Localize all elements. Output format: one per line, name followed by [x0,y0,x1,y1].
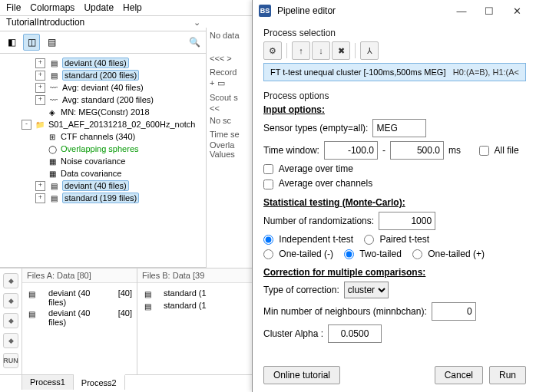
toolbar-func-icon[interactable]: ◫ [23,34,40,51]
vtool-a-icon[interactable]: ◆ [3,273,18,288]
tree-view[interactable]: +▤deviant (40 files)+▤standard (200 file… [0,54,206,268]
tab-process2[interactable]: Process2 [74,374,125,390]
menu-file[interactable]: File [6,2,21,13]
file-name: deviant (40 files) [48,288,111,307]
project-title[interactable]: TutorialIntroduction [3,15,190,29]
online-tutorial-button[interactable]: Online tutorial [263,366,340,384]
tree-node[interactable]: +▤standard (200 files) [0,69,204,81]
paired-ttest-radio[interactable]: Paired t-test [364,234,429,245]
scout-prev-button[interactable]: << [210,104,220,113]
avg-time-checkbox[interactable]: Average over time [263,163,353,174]
tree-node[interactable]: +〰Avg: deviant (40 files) [0,81,204,94]
tree-node[interactable]: +▤deviant (40 files) [0,57,204,69]
nrand-input[interactable] [379,212,435,230]
vtool-c-icon[interactable]: ◆ [3,313,18,328]
expand-icon[interactable]: + [35,193,45,203]
move-up-icon[interactable]: ↑ [292,41,310,60]
list-item[interactable]: ▤deviant (40 files)[40] [27,288,132,308]
time-window-label: Time window: [263,145,319,156]
branch-icon[interactable]: ⅄ [360,41,379,60]
tree-label: standard (199 files) [62,193,139,203]
vtool-d-icon[interactable]: ◆ [3,333,18,348]
selected-process[interactable]: FT t-test unequal cluster [-100ms,500ms … [263,63,526,81]
expand-icon[interactable]: + [35,83,45,93]
gear-icon[interactable]: ⚙ [263,41,282,60]
search-icon[interactable]: 🔍 [186,34,203,51]
run-button[interactable]: Run [489,366,526,384]
tree-label: Data covariance [61,169,122,178]
files-b-list[interactable]: ▤standard (1▤standard (1 [137,283,252,374]
maximize-icon[interactable]: ☐ [475,5,503,17]
remove-icon[interactable]: ✖ [332,41,350,60]
minnb-input[interactable] [432,302,476,321]
toolbar-folder-icon[interactable]: ▤ [43,34,60,51]
menu-help[interactable]: Help [123,2,142,13]
expand-icon[interactable]: + [35,181,45,191]
time-from-input[interactable] [324,141,378,160]
close-icon[interactable]: ✕ [503,5,531,17]
tab-process1[interactable]: Process1 [22,375,74,390]
toolbar-db-icon[interactable]: ◧ [3,34,20,51]
menu-update[interactable]: Update [84,2,114,13]
tree-node[interactable]: -📁S01_AEF_20131218_02_600Hz_notch [0,118,204,130]
vertical-toolbar: ◆ ◆ ◆ ◆ RUN [0,268,22,374]
sensor-types-input[interactable] [372,119,426,137]
vtool-b-icon[interactable]: ◆ [3,293,18,308]
dialog-title: Pipeline editor [277,5,448,16]
list-item[interactable]: ▤standard (1 [142,288,247,300]
tree-label: Overlapping spheres [61,144,139,153]
time-to-input[interactable] [390,141,444,160]
run-button-small[interactable]: RUN [3,353,18,368]
file-name: deviant (40 files) [48,308,111,327]
tree-node[interactable]: ▦Data covariance [0,167,204,180]
expand-icon[interactable]: + [35,58,45,68]
nodata-label: No data [210,31,249,40]
alpha-label: Cluster Alpha : [263,328,323,339]
box-button[interactable]: ▭ [217,78,225,87]
chevron-down-icon[interactable]: ⌄ [190,18,203,28]
indep-ttest-radio[interactable]: Independent t-test [263,234,353,245]
corr-type-select[interactable]: cluster [344,282,389,298]
plus-button[interactable]: + [210,78,214,87]
expand-icon[interactable]: + [35,71,45,81]
avg-channels-checkbox[interactable]: Average over channels [263,178,372,189]
alpha-input[interactable] [328,324,382,343]
list-item[interactable]: ▤standard (1 [142,300,247,312]
tail-pos-radio[interactable]: One-tailed (+) [412,249,485,259]
tree-node[interactable]: ◯Overlapping spheres [0,143,204,155]
files-a-header: Files A: Data [80] [22,268,137,283]
file-count: [40] [118,308,132,327]
minimize-icon[interactable]: — [448,5,475,17]
tree-label: deviant (40 files) [62,180,129,191]
file-count: [40] [118,288,132,307]
sensor-types-label: Sensor types (empty=all): [263,123,368,133]
move-down-icon[interactable]: ↓ [312,41,330,60]
nav-next-button[interactable]: > [227,54,231,63]
time-sep: - [382,145,385,156]
tree-node[interactable]: ⊞CTF channels (340) [0,130,204,143]
tail-neg-radio[interactable]: One-tailed (-) [263,249,333,259]
menu-colormaps[interactable]: Colormaps [30,2,74,13]
dialog-titlebar: BS Pipeline editor — ☐ ✕ [253,0,536,21]
list-item[interactable]: ▤deviant (40 files)[40] [27,308,132,328]
tree-node[interactable]: ▦Noise covariance [0,155,204,167]
all-file-checkbox[interactable]: All file [479,145,519,156]
file-icon: ▤ [27,288,38,299]
expand-icon[interactable]: - [22,120,31,130]
timese-label: Time se [210,130,249,139]
tree-node[interactable]: +▤deviant (40 files) [0,180,204,192]
list-icon: ▤ [48,70,59,81]
files-a-list[interactable]: ▤deviant (40 files)[40]▤deviant (40 file… [22,283,137,374]
tail-two-radio[interactable]: Two-tailed [344,249,402,259]
nav-prev-button[interactable]: <<< [210,54,224,63]
expand-icon[interactable]: + [35,95,45,105]
tree-label: Avg: deviant (40 files) [62,83,144,92]
process-options-label: Process options [263,91,526,101]
tree-node[interactable]: ◈MN: MEG(Constr) 2018 [0,106,204,118]
tree-node[interactable]: +〰Avg: standard (200 files) [0,94,204,106]
noise-icon: ▦ [47,156,58,166]
tree-label: MN: MEG(Constr) 2018 [61,107,150,117]
grid-icon: ⊞ [47,131,58,142]
tree-node[interactable]: +▤standard (199 files) [0,192,204,204]
cancel-button[interactable]: Cancel [435,366,483,384]
